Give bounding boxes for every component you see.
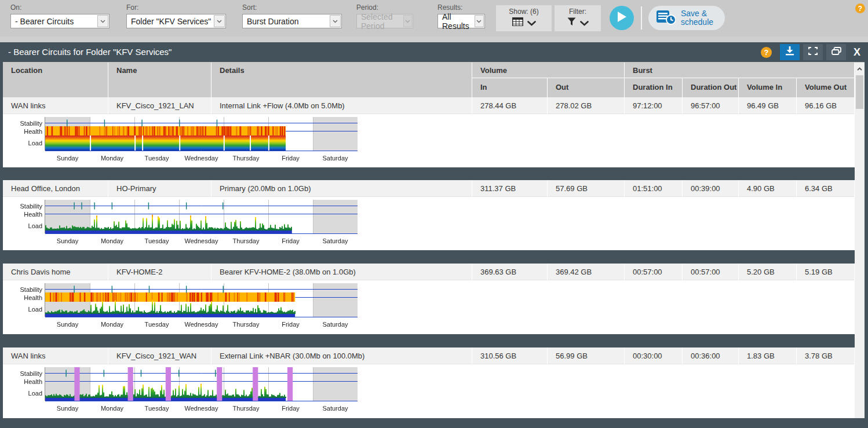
cell-name: KFV_Cisco_1921_WAN: [108, 347, 211, 364]
copy-button[interactable]: [826, 44, 846, 60]
chevron-down-icon: [214, 15, 225, 27]
table-row[interactable]: Head Office, London HO-Primary Primary (…: [3, 180, 855, 197]
column-header-volume-in[interactable]: In: [472, 78, 548, 97]
close-icon[interactable]: X: [849, 46, 865, 58]
cell-location: WAN links: [3, 347, 108, 364]
cell-burst-volume-in: 4.90 GB: [739, 180, 797, 197]
row-separator: [3, 334, 855, 347]
chart-block: [3, 114, 855, 167]
cell-burst-duration-out: 00:39:00: [683, 180, 739, 197]
table-row[interactable]: WAN links KFV_Cisco_1921_LAN Internal Li…: [3, 97, 855, 114]
cell-volume-out: 57.69 GB: [548, 180, 625, 197]
cell-burst-duration-out: 00:36:00: [683, 347, 739, 364]
cell-details: External Link +NBAR (30.0Mb on 100.0Mb): [211, 347, 472, 364]
fullscreen-icon: [808, 47, 818, 57]
panel-title: - Bearer Circuits for Folder "KFV Servic…: [0, 42, 868, 62]
column-header-name[interactable]: Name: [108, 63, 211, 97]
download-button[interactable]: [780, 44, 800, 60]
results-dropdown[interactable]: All Results: [437, 14, 485, 28]
sort-dropdown[interactable]: Burst Duration: [242, 14, 342, 28]
on-dropdown[interactable]: - Bearer Circuits: [10, 14, 110, 28]
period-dropdown: Selected Period: [356, 14, 413, 28]
sort-dropdown-value: Burst Duration: [247, 17, 298, 26]
play-icon: [617, 12, 626, 24]
chevron-down-icon: [403, 15, 412, 27]
for-dropdown-value: Folder "KFV Services": [131, 17, 211, 26]
cell-burst-volume-in: 5.20 GB: [739, 264, 797, 280]
cell-volume-in: 278.44 GB: [472, 97, 548, 114]
chart-block: [3, 280, 855, 334]
toolbar-sub-strip: [0, 36, 868, 42]
funnel-icon: [567, 17, 576, 28]
cell-burst-volume-out: 96.16 GB: [797, 97, 855, 114]
chevron-down-icon: [580, 18, 589, 28]
cell-volume-out: 369.42 GB: [548, 264, 625, 280]
vertical-scrollbar-thumb[interactable]: [856, 75, 863, 109]
cell-burst-duration-in: 01:51:00: [625, 180, 683, 197]
copy-icon: [831, 47, 841, 57]
column-group-burst: Burst: [625, 63, 855, 78]
for-label: For:: [126, 3, 226, 12]
results-dropdown-value: All Results: [442, 12, 475, 31]
chevron-down-icon: [330, 15, 341, 27]
cell-details: Bearer KFV-HOME-2 (38.0Mb on 1.0Gb): [211, 264, 472, 280]
filter-button[interactable]: Filter:: [555, 5, 601, 31]
column-header-burst-duration-in[interactable]: Duration In: [625, 78, 683, 97]
chevron-down-icon: [475, 15, 484, 27]
table-row[interactable]: WAN links KFV_Cisco_1921_WAN External Li…: [3, 347, 855, 364]
on-label: On:: [10, 3, 110, 12]
cell-location: Head Office, London: [3, 180, 108, 197]
chart-block: [3, 364, 855, 418]
cell-volume-in: 311.37 GB: [472, 180, 548, 197]
cell-volume-out: 278.02 GB: [548, 97, 625, 114]
column-header-details[interactable]: Details: [211, 63, 472, 97]
column-header-burst-duration-out[interactable]: Duration Out: [683, 78, 739, 97]
toolbar-divider: [641, 6, 642, 30]
circuit-status-chart[interactable]: [8, 117, 359, 163]
cell-volume-in: 310.56 GB: [472, 347, 548, 364]
chevron-down-icon: [97, 15, 108, 27]
report-table: Location Name Details Volume Burst In Ou…: [3, 63, 855, 418]
table-grid-icon: [512, 17, 523, 28]
chevron-down-icon: [527, 18, 536, 28]
cell-location: WAN links: [3, 97, 108, 114]
circuit-status-chart[interactable]: [8, 200, 359, 246]
circuit-status-chart[interactable]: [8, 283, 359, 330]
cell-burst-duration-out: 96:57:00: [683, 97, 739, 114]
table-row[interactable]: Chris Davis home KFV-HOME-2 Bearer KFV-H…: [3, 264, 855, 280]
help-icon[interactable]: ?: [761, 47, 772, 58]
cell-volume-in: 369.63 GB: [472, 264, 548, 280]
show-button[interactable]: Show: (6): [496, 5, 552, 31]
cell-name: HO-Primary: [108, 180, 211, 197]
help-icon[interactable]: ?: [855, 3, 865, 13]
cell-location: Chris Davis home: [3, 264, 108, 280]
cell-burst-volume-out: 3.78 GB: [797, 347, 855, 364]
for-dropdown[interactable]: Folder "KFV Services": [126, 14, 226, 28]
column-header-burst-volume-out[interactable]: Volume Out: [797, 78, 855, 97]
sort-label: Sort:: [242, 3, 342, 12]
column-header-volume-out[interactable]: Out: [548, 78, 625, 97]
cell-burst-volume-out: 6.34 GB: [797, 180, 855, 197]
cell-burst-duration-in: 97:12:00: [625, 97, 683, 114]
save-schedule-label: Save &schedule: [681, 9, 713, 27]
column-header-burst-volume-in[interactable]: Volume In: [739, 78, 797, 97]
circuit-status-chart[interactable]: [8, 367, 359, 414]
panel-right-edge: [865, 42, 868, 428]
cell-burst-duration-in: 00:30:00: [625, 347, 683, 364]
chart-block: [3, 197, 855, 250]
cell-burst-duration-in: 00:57:00: [625, 264, 683, 280]
column-header-location[interactable]: Location: [3, 63, 108, 97]
period-label: Period:: [356, 3, 413, 12]
table-header: Location Name Details Volume Burst In Ou…: [3, 63, 855, 97]
panel-header: - Bearer Circuits for Folder "KFV Servic…: [0, 42, 868, 62]
scroll-up-arrow[interactable]: [855, 65, 864, 73]
cell-details: Internal Link +Flow (4.0Mb on 5.0Mb): [211, 97, 472, 114]
save-schedule-button[interactable]: Save &schedule: [648, 6, 725, 30]
fullscreen-button[interactable]: [803, 44, 823, 60]
on-dropdown-value: - Bearer Circuits: [15, 17, 74, 26]
run-report-button[interactable]: [610, 6, 634, 30]
row-separator: [3, 167, 855, 180]
cell-volume-out: 56.99 GB: [548, 347, 625, 364]
vertical-scrollbar-track[interactable]: [855, 63, 865, 418]
show-label: Show: (6): [509, 8, 538, 16]
